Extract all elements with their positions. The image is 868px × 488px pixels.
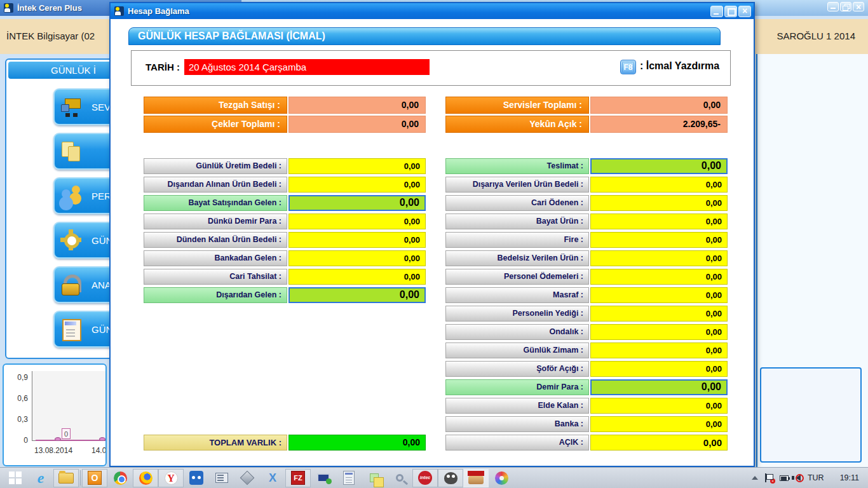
field-value[interactable]: 0,00 xyxy=(590,306,728,322)
field-value[interactable]: 0,00 xyxy=(590,416,728,432)
x-tick: 13.08.2014 xyxy=(34,446,72,455)
field-label: Teslimat : xyxy=(445,158,589,174)
field-label: Bayat Satışından Gelen : xyxy=(144,195,287,211)
field-value[interactable]: 0,00 xyxy=(590,287,728,303)
field-value[interactable]: 0,00 xyxy=(288,287,426,303)
summary-value: 2.209,65- xyxy=(590,116,728,133)
field-label: Personel Ödemeleri : xyxy=(445,269,589,285)
field-value[interactable]: 0,00 xyxy=(590,435,728,451)
main-minimize-button[interactable] xyxy=(827,2,839,11)
field-value[interactable]: 0,00 xyxy=(288,269,426,285)
field-label: Cari Tahsilat : xyxy=(144,269,287,285)
summary-label: Yekûn Açık : xyxy=(445,116,589,133)
field-value[interactable]: 0,00 xyxy=(288,177,426,193)
right-row: AÇIK :0,00 xyxy=(445,435,729,451)
field-value[interactable]: 0,00 xyxy=(288,195,426,211)
right-row: Günlük Zimam :0,00 xyxy=(445,342,729,358)
battery-icon[interactable] xyxy=(780,475,789,481)
field-value[interactable]: 0,00 xyxy=(590,214,728,229)
documents-icon xyxy=(60,140,83,163)
main-close-button[interactable] xyxy=(853,2,864,11)
field-label: Dışarıdan Gelen : xyxy=(144,287,287,303)
yandex-browser-icon[interactable]: Y xyxy=(158,469,184,487)
right-detail-rows: Teslimat :0,00Dışarıya Verilen Ürün Bede… xyxy=(445,158,729,454)
field-label: Demir Para : xyxy=(445,379,589,395)
left-row: Bayat Satışından Gelen :0,00 xyxy=(144,195,427,211)
field-label: Masraf : xyxy=(445,287,589,303)
search-icon[interactable] xyxy=(387,469,412,487)
gimp-icon[interactable] xyxy=(438,469,463,487)
field-value[interactable]: 0,00 xyxy=(590,250,728,266)
chrome-icon[interactable] xyxy=(107,469,133,487)
field-value[interactable]: 0,00 xyxy=(590,361,728,377)
palette-icon[interactable] xyxy=(489,469,514,487)
remote-desktop-icon[interactable] xyxy=(311,469,336,487)
cut-tool-icon[interactable]: X xyxy=(260,469,285,487)
field-value[interactable]: 0,00 xyxy=(590,158,728,174)
file-explorer-icon[interactable] xyxy=(53,469,79,487)
y-tick: 0 xyxy=(8,436,28,445)
main-restore-button[interactable] xyxy=(840,2,851,11)
chart-point-label: 0 xyxy=(62,428,71,439)
field-label: Dışarıya Verilen Ürün Bedeli : xyxy=(445,177,589,193)
tray-expand-icon[interactable] xyxy=(752,476,758,480)
dialog-maximize-button[interactable] xyxy=(724,6,737,17)
field-label: Personelin Yediği : xyxy=(445,306,589,322)
print-hint-label: : İcmal Yazdırma xyxy=(640,60,719,72)
internet-explorer-icon[interactable]: e xyxy=(28,469,53,487)
outlook-icon[interactable]: O xyxy=(82,469,107,487)
date-strip: TARİH : 20 Ağustos 2014 Çarşamba F8 : İc… xyxy=(131,50,731,86)
language-indicator[interactable]: TUR xyxy=(808,473,824,482)
left-row: Dışarıdan Gelen :0,00 xyxy=(144,287,427,303)
action-center-icon[interactable]: × xyxy=(765,473,773,482)
right-row: Elde Kalan :0,00 xyxy=(445,398,729,414)
bakery-app-icon[interactable] xyxy=(463,469,489,487)
field-value[interactable]: 0,00 xyxy=(590,324,728,340)
volume-muted-icon[interactable] xyxy=(796,475,801,481)
virtualbox-icon[interactable] xyxy=(234,469,260,487)
people-icon xyxy=(60,184,83,207)
date-field[interactable]: 20 Ağustos 2014 Çarşamba xyxy=(184,59,430,75)
field-value[interactable]: 0,00 xyxy=(590,232,728,248)
dialog-titlebar[interactable]: Hesap Bağlama xyxy=(111,3,754,19)
field-value[interactable]: 0,00 xyxy=(590,177,728,193)
field-value[interactable]: 0,00 xyxy=(590,379,728,395)
intek-icon[interactable]: intec xyxy=(412,469,438,487)
field-value[interactable]: 0,00 xyxy=(288,232,426,248)
hesap-baglama-dialog: Hesap Bağlama GÜNLÜK HESAP BAĞLAMASI (İC… xyxy=(109,2,755,467)
mini-chart-panel: 0,9 0,6 0,3 0 13.08.2014 14.08 0 xyxy=(3,363,107,466)
field-value[interactable]: 0,00 xyxy=(288,158,426,174)
field-value[interactable]: 0,00 xyxy=(590,195,728,211)
dialog-title: Hesap Bağlama xyxy=(128,6,709,16)
teamviewer-icon[interactable] xyxy=(184,469,209,487)
filezilla-icon[interactable]: FZ xyxy=(285,469,311,487)
y-tick: 0,9 xyxy=(8,373,28,382)
left-row: Cari Tahsilat :0,00 xyxy=(144,269,427,285)
main-window-title: İntek Ceren Plus xyxy=(17,3,82,13)
summary-value: 0,00 xyxy=(288,116,426,133)
firefox-icon[interactable] xyxy=(133,469,158,487)
y-tick: 0,3 xyxy=(8,415,28,424)
sticky-notes-icon[interactable] xyxy=(362,469,387,487)
field-value[interactable]: 0,00 xyxy=(590,398,728,414)
summary-value: 0,00 xyxy=(288,97,426,114)
clock[interactable]: 19:11 xyxy=(840,473,859,482)
x-tick: 14.08 xyxy=(92,446,107,455)
field-value[interactable]: 0,00 xyxy=(590,269,728,285)
right-row: Bayat Ürün :0,00 xyxy=(445,214,729,229)
field-label: Bayat Ürün : xyxy=(445,214,589,229)
calculator-taskbar-icon[interactable] xyxy=(336,469,362,487)
dialog-minimize-button[interactable] xyxy=(710,6,723,17)
date-label: TARİH : xyxy=(146,62,180,72)
field-label: Bankadan Gelen : xyxy=(144,250,287,266)
field-label: AÇIK : xyxy=(445,435,589,451)
bottom-right-panel xyxy=(760,367,862,463)
field-label: Dünkü Demir Para : xyxy=(144,214,287,229)
f8-key-badge[interactable]: F8 xyxy=(620,60,636,74)
start-button[interactable] xyxy=(3,469,28,487)
app-window-icon[interactable] xyxy=(209,469,234,487)
dialog-close-button[interactable] xyxy=(738,6,751,17)
field-value[interactable]: 0,00 xyxy=(288,214,426,229)
field-value[interactable]: 0,00 xyxy=(590,342,728,358)
field-value[interactable]: 0,00 xyxy=(288,250,426,266)
